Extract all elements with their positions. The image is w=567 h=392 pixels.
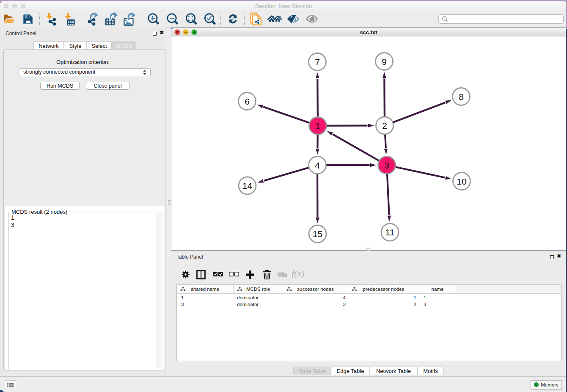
svg-text:15: 15 xyxy=(313,229,322,239)
svg-text:9: 9 xyxy=(382,57,387,66)
svg-text:4: 4 xyxy=(315,160,320,170)
svg-text:3: 3 xyxy=(384,160,389,170)
svg-text:1: 1 xyxy=(315,121,320,131)
svg-text:14: 14 xyxy=(242,181,253,190)
svg-text:7: 7 xyxy=(315,57,320,67)
svg-text:2: 2 xyxy=(382,121,387,130)
svg-text:11: 11 xyxy=(385,227,395,237)
svg-text:8: 8 xyxy=(459,92,464,102)
svg-text:10: 10 xyxy=(457,177,466,186)
svg-text:6: 6 xyxy=(245,97,250,106)
